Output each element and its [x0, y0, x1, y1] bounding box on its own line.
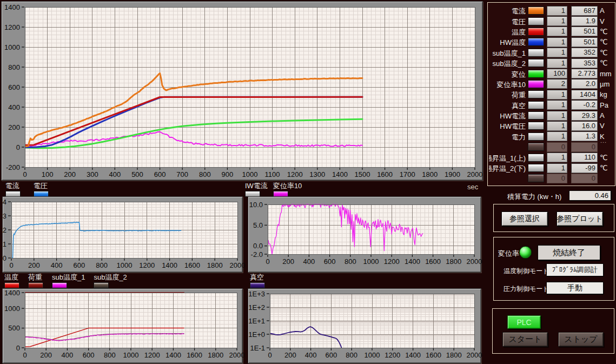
scale-input[interactable]: 2 — [547, 79, 567, 89]
svg-text:1200: 1200 — [287, 170, 303, 178]
svg-text:1100: 1100 — [265, 170, 280, 178]
plot-color-swatch[interactable] — [528, 154, 544, 162]
plot-color-swatch[interactable] — [528, 38, 544, 46]
svg-text:0.0: 0.0 — [253, 242, 263, 250]
legend-item[interactable]: 真空 — [250, 274, 265, 288]
press-mode-value[interactable]: 手動 — [546, 282, 604, 294]
legend-label: sub温度_2 — [94, 274, 127, 281]
svg-text:1000: 1000 — [4, 305, 20, 313]
scale-input[interactable]: 1 — [547, 111, 567, 121]
svg-text:600: 600 — [326, 351, 337, 359]
legend-item[interactable]: 変位率10 — [273, 182, 302, 197]
unit-label: V — [600, 17, 605, 25]
scale-input[interactable]: 1 — [547, 121, 567, 131]
legend-item[interactable]: IW電流 — [245, 182, 268, 197]
plot-color-swatch[interactable] — [528, 90, 544, 98]
svg-text:1800: 1800 — [422, 170, 438, 178]
legend-item[interactable]: 荷重 — [28, 274, 43, 288]
unit-label: ℃ — [600, 164, 608, 172]
svg-text:800: 800 — [345, 257, 356, 266]
measurement-label: sub温度_1 — [489, 48, 527, 58]
scale-input[interactable]: 1 — [547, 48, 567, 57]
svg-text:600: 600 — [324, 257, 336, 266]
stop-button[interactable]: ストップ — [558, 332, 604, 347]
svg-text:200: 200 — [64, 170, 76, 178]
plc-button[interactable]: PLC — [507, 315, 541, 329]
scale-input[interactable]: 1 — [547, 58, 567, 68]
value-display: 352 — [571, 48, 598, 57]
legend-item[interactable]: 電圧 — [34, 182, 49, 197]
plot-color-swatch[interactable] — [528, 143, 544, 151]
plot-color-swatch[interactable] — [528, 49, 544, 57]
scale-input[interactable]: 0 — [547, 174, 567, 183]
unit-label: ℃ — [600, 154, 608, 162]
value-display: 2.773 — [571, 69, 598, 78]
start-button[interactable]: スタート — [502, 332, 548, 347]
plot-color-swatch[interactable] — [528, 80, 544, 88]
legend-item[interactable]: sub温度_2 — [94, 274, 127, 288]
plot-color-swatch[interactable] — [528, 122, 544, 130]
plot-color-swatch[interactable] — [528, 174, 544, 182]
plot-color-swatch[interactable] — [528, 28, 544, 36]
svg-text:1: 1 — [3, 240, 6, 248]
scale-input[interactable]: 1 — [547, 90, 567, 100]
value-display: 0 — [571, 174, 598, 183]
scale-input[interactable]: 1 — [547, 27, 567, 36]
legend-label: 真空 — [250, 274, 264, 281]
scale-input[interactable]: 1 — [547, 100, 567, 110]
plot-color-swatch[interactable] — [528, 70, 544, 78]
plot-color-swatch[interactable] — [528, 133, 544, 141]
temp-mode-label: 温度制御モード — [504, 267, 549, 276]
svg-text:4: 4 — [3, 198, 6, 206]
scale-input[interactable]: 1 — [547, 37, 567, 47]
svg-text:1E+2: 1E+2 — [248, 303, 265, 312]
measurement-row: HW電流129.3A — [489, 110, 613, 121]
svg-text:1200: 1200 — [384, 257, 400, 266]
svg-text:700: 700 — [176, 170, 188, 178]
svg-text:1800: 1800 — [207, 261, 223, 269]
svg-text:1E+0: 1E+0 — [248, 330, 265, 339]
scale-input[interactable]: 0 — [547, 142, 567, 152]
svg-text:2000: 2000 — [467, 257, 482, 266]
main-trend-chart: 1400120010008006004002000-20001002003004… — [1, 1, 483, 181]
svg-text:1000: 1000 — [117, 261, 133, 269]
scale-input[interactable]: 1 — [547, 153, 567, 162]
svg-text:1400: 1400 — [4, 3, 20, 11]
sinter-done-button[interactable]: 焼結終了 — [538, 245, 600, 260]
measurement-label: HW電流 — [489, 110, 527, 121]
legend-item[interactable]: 温度 — [4, 274, 19, 288]
svg-text:0: 0 — [16, 143, 20, 151]
legend-item[interactable]: sub温度_1 — [52, 274, 85, 288]
legend-swatch-icon — [28, 282, 43, 288]
scale-input[interactable]: 1 — [547, 16, 567, 26]
reference-plot-button[interactable]: 参照プロット — [557, 211, 603, 226]
temp-mode-value[interactable]: ﾌﾟﾛｸﾞﾗﾑ調節計 — [546, 263, 604, 276]
plot-color-swatch[interactable] — [528, 164, 544, 172]
plot-color-swatch[interactable] — [528, 59, 544, 67]
value-display: 1.9 — [571, 16, 598, 26]
svg-text:1600: 1600 — [377, 170, 393, 178]
measurement-label: 電力 — [489, 131, 527, 142]
svg-text:1000: 1000 — [365, 351, 380, 359]
legend-label: 電流 — [5, 182, 19, 190]
scale-input[interactable]: 1 — [547, 131, 567, 141]
plot-color-swatch[interactable] — [528, 111, 544, 120]
scale-input[interactable]: 100 — [547, 69, 567, 78]
plot-color-swatch[interactable] — [528, 101, 544, 109]
value-display: -0.2 — [571, 100, 598, 110]
measurement-label: HW電圧 — [489, 121, 527, 131]
svg-text:600: 600 — [154, 170, 166, 178]
measurement-row: HW電圧116.0V — [489, 121, 613, 131]
measurement-row: sub温度_21353℃ — [489, 58, 613, 68]
svg-text:0: 0 — [3, 254, 6, 262]
svg-text:800: 800 — [8, 63, 20, 71]
legend-item[interactable]: 電流 — [5, 182, 21, 197]
legend-label: IW電流 — [245, 182, 268, 190]
plot-color-swatch[interactable] — [528, 17, 544, 25]
scale-input[interactable]: 1 — [547, 6, 567, 16]
plot-color-swatch[interactable] — [528, 6, 544, 15]
scale-input[interactable]: 1 — [547, 163, 567, 173]
reference-select-button[interactable]: 参照選択 — [501, 211, 548, 226]
measurement-label: 過昇温_1(上) — [489, 153, 527, 163]
svg-text:200: 200 — [40, 351, 52, 359]
